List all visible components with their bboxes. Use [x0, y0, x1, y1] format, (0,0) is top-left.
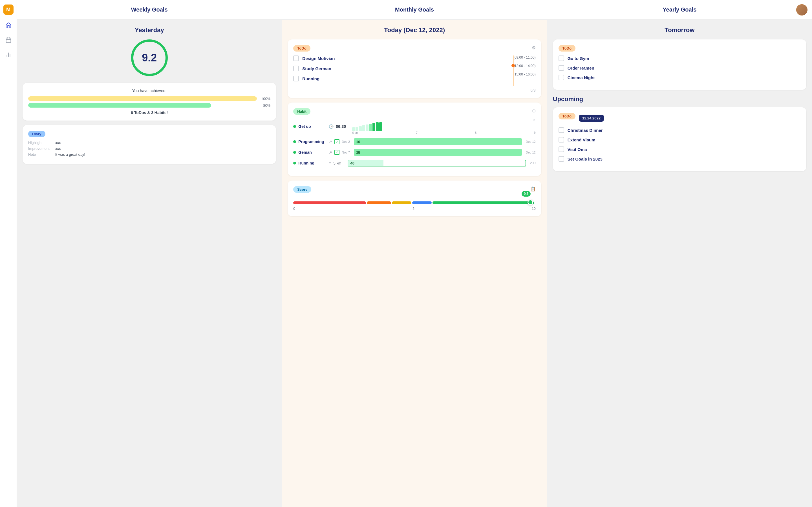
habit-time-getup: 06:30: [336, 124, 350, 129]
header-col-yearly: Yearly Goals: [547, 0, 812, 19]
tomorrow-text-1: Order Ramen: [567, 66, 594, 70]
todo-checkbox-0[interactable]: [293, 55, 299, 61]
upcoming-checkbox-0[interactable]: [559, 127, 564, 133]
running-unit: 5 km: [334, 161, 344, 165]
time-label-1: (12:00 - 14:00): [513, 64, 536, 68]
achievement-label: You have achieved:: [28, 89, 270, 93]
columns-container: Yesterday 9.2 You have achieved: 100%: [17, 20, 812, 507]
diary-row-improvement: Improvement xxx: [28, 147, 270, 151]
tomorrow-checkbox-0[interactable]: [559, 55, 564, 61]
bar-label-9: 9: [534, 131, 536, 134]
score-circle: 9.2: [131, 40, 168, 76]
diary-key-improvement: Improvement: [28, 147, 51, 151]
bar-label-7: 7: [416, 131, 417, 134]
header-col-monthly: Monthly Goals: [282, 0, 547, 19]
avatar[interactable]: [796, 4, 808, 15]
trend-icon-geman: ↗: [329, 150, 332, 155]
habit-dot-programming: [293, 140, 296, 143]
score-seg-blue: [412, 202, 432, 204]
list-icon: ≡: [329, 161, 331, 165]
upcoming-checkbox-1[interactable]: [559, 137, 564, 143]
todo-checkbox-1[interactable]: [293, 66, 299, 71]
diary-label: Diary: [28, 131, 45, 137]
progress-percent-2: 80%: [260, 103, 270, 108]
tomorrow-checkbox-1[interactable]: [559, 65, 564, 71]
settings-icon[interactable]: ⚙: [532, 45, 536, 50]
upcoming-item-1: Extend Visum: [559, 137, 801, 143]
bar-label-8: 8: [475, 131, 477, 134]
achievement-footer: 6 ToDos & 3 Habits!: [28, 110, 270, 115]
progress-bar-2: [28, 103, 257, 108]
timeline-dot: [511, 64, 515, 67]
add-habit-icon[interactable]: ⊕: [532, 108, 536, 114]
sidebar: M: [0, 0, 17, 507]
running-max: 200: [530, 161, 536, 165]
prog-value: 10: [356, 140, 360, 144]
mini-bar-2: [356, 127, 358, 131]
achievement-card: You have achieved: 100% 80% 6 ToDos & 3 …: [22, 83, 276, 121]
diary-val-improvement: xxx: [55, 147, 61, 151]
score-bubble: 9.6: [522, 191, 531, 196]
score-segments: [293, 201, 536, 205]
score-label-10: 10: [532, 207, 536, 211]
todo-layout: Design Motivian Study German Running: [293, 55, 536, 86]
habit-check-programming[interactable]: ✓: [335, 139, 340, 144]
todo-badge: ToDo: [293, 45, 310, 52]
score-thumb: [527, 200, 533, 205]
mini-bar-4: [362, 125, 365, 131]
geman-value: 35: [356, 151, 360, 155]
header-col-weekly: Weekly Goals: [17, 0, 282, 19]
tomorrow-text-0: Go to Gym: [567, 56, 589, 61]
habit-card: Habit ⊕ Get up 🕐 06:30 +1: [288, 103, 541, 176]
todo-text-2: Running: [302, 76, 319, 81]
tomorrow-todo-card: ToDo Go to Gym Order Ramen Cinema Night: [553, 40, 806, 90]
clock-icon: 🕐: [329, 124, 334, 129]
mini-bar-8: [376, 122, 378, 131]
tomorrow-checkbox-2[interactable]: [559, 75, 564, 80]
tomorrow-title: Tomorrow: [553, 26, 806, 34]
todo-text-0: Design Motivian: [302, 56, 335, 61]
timeline-line: [513, 55, 514, 86]
mini-bar-5: [366, 124, 368, 131]
score-value: 9.2: [142, 52, 157, 64]
trend-icon: ↗: [329, 139, 332, 144]
score-track-container: 9.6: [293, 201, 536, 205]
upcoming-item-3: Set Goals in 2023: [559, 156, 801, 162]
yesterday-title: Yesterday: [22, 26, 276, 34]
sidebar-item-calendar[interactable]: [4, 36, 12, 44]
upcoming-header: ToDo 12.24.2022: [559, 113, 801, 123]
upcoming-text-0: Christmas Dinner: [567, 128, 603, 133]
score-seg-orange: [367, 202, 391, 204]
habit-item-geman: Geman ↗ ✓ Nov 7 35 Dec 12: [293, 149, 536, 156]
score-circle-container: 9.2: [22, 40, 276, 76]
habit-item-running: Running ≡ 5 km 40 200: [293, 160, 536, 166]
score-label-0: 0: [293, 207, 295, 211]
habit-check-geman[interactable]: ✓: [335, 150, 340, 155]
diary-card: Diary Highlight xxx Improvement xxx Note…: [22, 125, 276, 164]
todo-item-2: Running: [293, 76, 490, 81]
svg-rect-0: [6, 38, 11, 43]
export-icon[interactable]: 📋: [530, 186, 536, 191]
habit-name-programming: Programming: [298, 139, 326, 144]
sidebar-logo[interactable]: M: [3, 4, 13, 15]
habit-badge: Habit: [293, 108, 310, 115]
todo-timeline: (09:00 - 11:00) (12:00 - 14:00) (15:00 -…: [491, 55, 536, 86]
prog-date-start: Dec 2: [342, 140, 350, 144]
upcoming-checkbox-3[interactable]: [559, 156, 564, 162]
avatar-image: [796, 4, 808, 15]
time-label-2: (15:00 - 16:00): [513, 72, 536, 76]
todo-card: ToDo ⚙ Design Motivian Study German: [288, 40, 541, 98]
mini-bar-1: [352, 127, 355, 131]
upcoming-checkbox-2[interactable]: [559, 147, 564, 152]
progress-fill-1: [28, 96, 257, 101]
tomorrow-todo-badge: ToDo: [559, 45, 575, 52]
sidebar-item-home[interactable]: [4, 21, 12, 29]
habit-dot-getup: [293, 125, 296, 128]
todo-checkbox-2[interactable]: [293, 76, 299, 81]
plus-label: +1: [532, 119, 536, 122]
sidebar-item-chart[interactable]: [4, 51, 12, 59]
prog-date-end: Dec 12: [526, 140, 536, 144]
upcoming-text-3: Set Goals in 2023: [567, 157, 603, 161]
progress-fill-2: [28, 103, 211, 108]
mini-bar-9: [379, 122, 382, 131]
